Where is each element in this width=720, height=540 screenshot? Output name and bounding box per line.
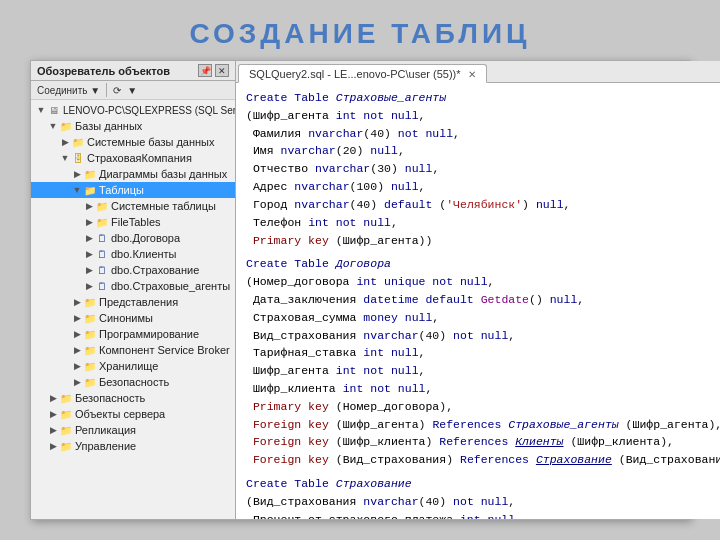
tree-item-sys-tables[interactable]: ▶ 📁 Системные таблицы xyxy=(31,198,235,214)
table-icon: 🗒 xyxy=(95,263,109,277)
db-icon: 🗄 xyxy=(71,151,85,165)
pin-button[interactable]: 📌 xyxy=(198,64,212,77)
folder-icon: 📁 xyxy=(83,183,97,197)
strah-comp-label: СтраховаяКомпания xyxy=(87,152,192,164)
dbo-klienty-label: dbo.Клиенты xyxy=(111,248,177,260)
expand-icon: ▶ xyxy=(47,440,59,452)
diagrams-label: Диаграммы базы данных xyxy=(99,168,227,180)
expand-icon: ▶ xyxy=(83,232,95,244)
expand-icon: ▶ xyxy=(59,136,71,148)
tree-item-databases[interactable]: ▼ 📁 Базы данных xyxy=(31,118,235,134)
connect-button[interactable]: Соединить ▼ xyxy=(35,84,102,97)
expand-icon: ▶ xyxy=(83,216,95,228)
expand-icon: ▶ xyxy=(71,344,83,356)
tree-item-replication[interactable]: ▶ 📁 Репликация xyxy=(31,422,235,438)
sql-block-3: Create Table Страхование (Вид_страховани… xyxy=(246,475,720,519)
folder-icon: 📁 xyxy=(59,119,73,133)
tree-item-server[interactable]: ▼ 🖥 LENOVO-PC\SQLEXPRESS (SQL Server 11 xyxy=(31,102,235,118)
folder-icon: 📁 xyxy=(83,359,97,373)
expand-icon: ▶ xyxy=(71,168,83,180)
management-label: Управление xyxy=(75,440,136,452)
close-button[interactable]: ✕ xyxy=(215,64,229,77)
window-controls: 📌 ✕ xyxy=(198,64,229,77)
views-label: Представления xyxy=(99,296,178,308)
sql-block-2: Create Table Договора (Номер_договора in… xyxy=(246,255,720,469)
tree-item-management[interactable]: ▶ 📁 Управление xyxy=(31,438,235,454)
tree-item-synonyms[interactable]: ▶ 📁 Синонимы xyxy=(31,310,235,326)
tree-item-dbo-dogovor[interactable]: ▶ 🗒 dbo.Договора xyxy=(31,230,235,246)
expand-icon: ▶ xyxy=(83,200,95,212)
left-panel-title: Обозреватель объектов xyxy=(37,65,170,77)
left-panel: Обозреватель объектов 📌 ✕ Соединить ▼ ⟳ … xyxy=(31,61,236,519)
tree-item-dbo-strah-ag[interactable]: ▶ 🗒 dbo.Страховые_агенты xyxy=(31,278,235,294)
sql-tab[interactable]: SQLQuery2.sql - LE...enovo-PC\user (55))… xyxy=(238,64,487,83)
sql-block-1: Create Table Страховые_агенты (Шифр_аген… xyxy=(246,89,720,249)
table-icon: 🗒 xyxy=(95,247,109,261)
folder-icon: 📁 xyxy=(83,375,97,389)
tree-item-strah-comp[interactable]: ▼ 🗄 СтраховаяКомпания xyxy=(31,150,235,166)
tree-item-db-security[interactable]: ▶ 📁 Безопасность xyxy=(31,374,235,390)
filetables-label: FileTables xyxy=(111,216,161,228)
databases-label: Базы данных xyxy=(75,120,142,132)
object-browser-toolbar: Соединить ▼ ⟳ ▼ xyxy=(31,81,235,100)
object-tree: ▼ 🖥 LENOVO-PC\SQLEXPRESS (SQL Server 11 … xyxy=(31,100,235,519)
main-container: Обозреватель объектов 📌 ✕ Соединить ▼ ⟳ … xyxy=(30,60,690,520)
tree-item-service-broker[interactable]: ▶ 📁 Компонент Service Broker xyxy=(31,342,235,358)
server-objects-label: Объекты сервера xyxy=(75,408,165,420)
folder-icon: 📁 xyxy=(83,327,97,341)
tree-item-programming[interactable]: ▶ 📁 Программирование xyxy=(31,326,235,342)
folder-icon: 📁 xyxy=(59,423,73,437)
sql-editor[interactable]: Create Table Страховые_агенты (Шифр_аген… xyxy=(236,83,720,519)
tree-item-system-dbs[interactable]: ▶ 📁 Системные базы данных xyxy=(31,134,235,150)
expand-icon: ▶ xyxy=(47,424,59,436)
tree-item-dbo-klienty[interactable]: ▶ 🗒 dbo.Клиенты xyxy=(31,246,235,262)
folder-icon: 📁 xyxy=(83,167,97,181)
expand-icon: ▼ xyxy=(71,184,83,196)
server-label: LENOVO-PC\SQLEXPRESS (SQL Server 11 xyxy=(63,105,235,116)
dbo-strah-ag-label: dbo.Страховые_агенты xyxy=(111,280,230,292)
folder-icon: 📁 xyxy=(83,343,97,357)
tree-item-dbo-strah[interactable]: ▶ 🗒 dbo.Страхование xyxy=(31,262,235,278)
refresh-button[interactable]: ⟳ xyxy=(111,84,123,97)
expand-icon: ▼ xyxy=(47,120,59,132)
expand-icon: ▼ xyxy=(35,104,47,116)
tree-item-storage[interactable]: ▶ 📁 Хранилище xyxy=(31,358,235,374)
system-dbs-label: Системные базы данных xyxy=(87,136,214,148)
filter-button[interactable]: ▼ xyxy=(125,84,139,97)
expand-icon: ▶ xyxy=(71,328,83,340)
sys-icon: 📁 xyxy=(95,199,109,213)
tree-item-filetables[interactable]: ▶ 📁 FileTables xyxy=(31,214,235,230)
folder-icon: 📁 xyxy=(59,407,73,421)
page-title: СОЗДАНИЕ ТАБЛИЦ xyxy=(189,18,530,49)
table-icon: 🗒 xyxy=(95,231,109,245)
synonyms-label: Синонимы xyxy=(99,312,153,324)
tables-label: Таблицы xyxy=(99,184,144,196)
expand-icon: ▶ xyxy=(83,280,95,292)
page-title-area: СОЗДАНИЕ ТАБЛИЦ xyxy=(0,18,720,50)
dbo-dogovor-label: dbo.Договора xyxy=(111,232,180,244)
folder-icon: 📁 xyxy=(95,215,109,229)
tabs-row: SQLQuery2.sql - LE...enovo-PC\user (55))… xyxy=(236,61,720,83)
tree-item-server-objects[interactable]: ▶ 📁 Объекты сервера xyxy=(31,406,235,422)
tree-item-diagrams[interactable]: ▶ 📁 Диаграммы базы данных xyxy=(31,166,235,182)
tree-item-views[interactable]: ▶ 📁 Представления xyxy=(31,294,235,310)
dbo-strah-label: dbo.Страхование xyxy=(111,264,199,276)
tree-item-tables[interactable]: ▼ 📁 Таблицы xyxy=(31,182,235,198)
expand-icon: ▶ xyxy=(83,248,95,260)
expand-icon: ▶ xyxy=(83,264,95,276)
expand-icon: ▶ xyxy=(71,360,83,372)
separator xyxy=(106,83,107,97)
table-icon: 🗒 xyxy=(95,279,109,293)
server-security-label: Безопасность xyxy=(75,392,145,404)
right-panel: SQLQuery2.sql - LE...enovo-PC\user (55))… xyxy=(236,61,720,519)
service-broker-label: Компонент Service Broker xyxy=(99,344,230,356)
programming-label: Программирование xyxy=(99,328,199,340)
expand-icon: ▶ xyxy=(71,376,83,388)
server-icon: 🖥 xyxy=(47,103,61,117)
db-security-label: Безопасность xyxy=(99,376,169,388)
replication-label: Репликация xyxy=(75,424,136,436)
expand-icon: ▶ xyxy=(47,408,59,420)
tree-item-server-security[interactable]: ▶ 📁 Безопасность xyxy=(31,390,235,406)
expand-icon: ▶ xyxy=(47,392,59,404)
tab-close-button[interactable]: ✕ xyxy=(468,69,476,80)
